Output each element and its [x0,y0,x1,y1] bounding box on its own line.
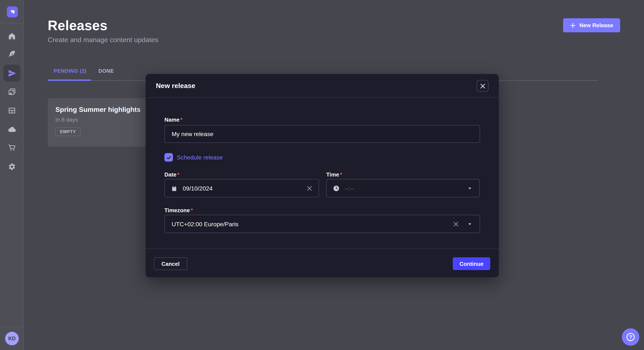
sidebar-item-home[interactable] [4,28,20,45]
check-icon [166,155,172,160]
shopping-cart-icon [8,143,16,152]
close-icon [480,83,485,89]
app: KD Releases Create and manage content up… [0,0,644,350]
modal-title: New release [156,74,195,98]
modal-header: New release [146,74,499,98]
sidebar-item-media-library[interactable] [4,83,20,100]
timezone-value: UTC+02:00 Europe/Paris [172,220,238,227]
new-release-modal: New release Name* Schedule release Date* [146,74,499,277]
help-button[interactable]: ? [622,328,639,346]
tab-done[interactable]: DONE [98,68,114,74]
timezone-caret-icon[interactable] [467,221,472,226]
sidebar-item-settings[interactable] [4,158,20,175]
sidebar-item-marketplace[interactable] [4,139,20,156]
sidebar-item-releases[interactable] [4,65,20,82]
timezone-clear-icon[interactable] [453,221,459,227]
modal-footer: Cancel Continue [146,248,499,277]
time-caret-icon[interactable] [467,186,472,191]
continue-button[interactable]: Continue [453,257,490,270]
calendar-icon [171,185,177,191]
new-release-button[interactable]: New Release [563,18,620,32]
paper-plane-icon [8,69,16,78]
sidebar: KD [0,0,24,350]
sidebar-divider-top [0,23,24,23]
sidebar-item-content-manager[interactable] [4,102,20,119]
date-label: Date* [164,172,180,178]
schedule-release-checkbox[interactable] [164,153,173,162]
time-label: Time* [326,172,342,178]
required-asterisk: * [177,172,179,178]
release-card-title: Spring Summer highlights [55,106,140,114]
sidebar-divider-bottom [0,327,24,327]
question-mark-icon: ? [626,333,635,341]
strapi-logo-icon [9,9,16,15]
date-value: 09/10/2024 [183,185,212,191]
layout-icon [8,106,16,115]
date-picker[interactable]: 09/10/2024 [164,179,319,197]
feather-icon [8,50,16,58]
release-card-subtitle: In 8 days [55,117,78,123]
modal-close-button[interactable] [476,80,488,92]
date-clear-icon[interactable] [307,185,312,191]
page-subtitle: Create and manage content updates [48,36,158,44]
required-asterisk: * [340,172,342,178]
name-input[interactable] [164,125,480,143]
home-icon [8,32,16,40]
page-title: Releases [48,18,108,34]
clock-icon [333,185,340,191]
avatar-initials: KD [8,336,16,342]
required-asterisk: * [190,207,193,213]
sidebar-item-cloud[interactable] [4,121,20,138]
name-label: Name* [164,117,182,123]
timezone-label: Timezone* [164,207,193,213]
user-avatar[interactable]: KD [5,332,19,345]
sidebar-item-content-type-builder[interactable] [4,45,20,62]
timezone-select[interactable]: UTC+02:00 Europe/Paris [164,215,480,233]
app-logo[interactable] [7,6,18,17]
active-tab-underline [48,80,91,81]
time-input[interactable] [344,185,451,191]
cloud-icon [8,125,16,134]
tab-pending[interactable]: PENDING (2) [54,68,86,74]
plus-icon [570,22,576,28]
gear-icon [8,163,16,171]
photos-icon [8,88,16,96]
required-asterisk: * [180,117,182,123]
cancel-button[interactable]: Cancel [154,257,187,270]
schedule-release-label[interactable]: Schedule release [177,154,223,161]
time-picker[interactable] [326,179,480,197]
release-status-badge: EMPTY [55,127,81,136]
new-release-label: New Release [580,22,613,28]
